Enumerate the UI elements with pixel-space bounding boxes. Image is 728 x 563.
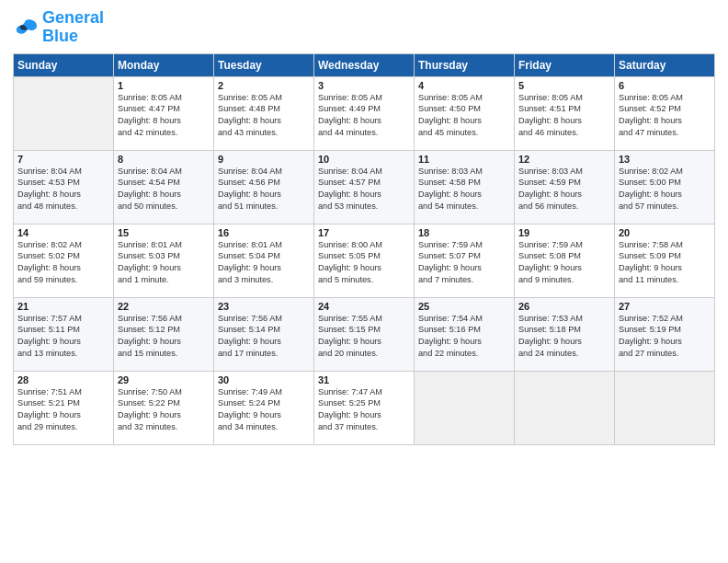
calendar-cell: 12Sunrise: 8:03 AMSunset: 4:59 PMDayligh… [515,150,615,224]
calendar-cell: 3Sunrise: 8:05 AMSunset: 4:49 PMDaylight… [314,76,415,150]
day-info: Sunrise: 8:02 AMSunset: 5:00 PMDaylight:… [619,166,711,213]
day-info: Sunrise: 8:04 AMSunset: 4:57 PMDaylight:… [318,166,410,213]
day-number: 15 [118,227,210,238]
day-number: 27 [619,301,711,312]
calendar-cell: 17Sunrise: 8:00 AMSunset: 5:05 PMDayligh… [314,224,415,297]
calendar-cell: 6Sunrise: 8:05 AMSunset: 4:52 PMDaylight… [615,76,715,150]
day-number: 28 [17,374,109,385]
day-info: Sunrise: 7:58 AMSunset: 5:09 PMDaylight:… [619,239,711,287]
day-info: Sunrise: 8:05 AMSunset: 4:51 PMDaylight:… [518,92,610,140]
calendar-week-row: 21Sunrise: 7:57 AMSunset: 5:11 PMDayligh… [14,297,715,371]
day-number: 20 [619,227,711,238]
day-number: 8 [118,154,210,165]
calendar-cell: 26Sunrise: 7:53 AMSunset: 5:18 PMDayligh… [515,297,615,371]
calendar-container: General Blue SundayMondayTuesdayWednesda… [0,0,728,563]
day-number: 18 [418,227,510,238]
day-info: Sunrise: 8:05 AMSunset: 4:50 PMDaylight:… [418,92,510,140]
day-info: Sunrise: 8:03 AMSunset: 4:59 PMDaylight:… [518,166,610,213]
day-info: Sunrise: 7:50 AMSunset: 5:22 PMDaylight:… [118,386,210,434]
day-info: Sunrise: 8:05 AMSunset: 4:49 PMDaylight:… [318,92,410,140]
calendar-cell: 19Sunrise: 7:59 AMSunset: 5:08 PMDayligh… [515,224,615,297]
weekday-header: Monday [114,53,214,76]
day-info: Sunrise: 7:47 AMSunset: 5:25 PMDaylight:… [318,386,410,434]
calendar-cell: 13Sunrise: 8:02 AMSunset: 5:00 PMDayligh… [615,150,715,224]
calendar-week-row: 14Sunrise: 8:02 AMSunset: 5:02 PMDayligh… [14,224,715,297]
day-number: 21 [17,301,109,312]
day-info: Sunrise: 7:56 AMSunset: 5:14 PMDaylight:… [218,313,310,361]
calendar-cell: 24Sunrise: 7:55 AMSunset: 5:15 PMDayligh… [314,297,415,371]
day-number: 12 [518,154,610,165]
calendar-cell: 15Sunrise: 8:01 AMSunset: 5:03 PMDayligh… [114,224,214,297]
calendar-header-row: SundayMondayTuesdayWednesdayThursdayFrid… [14,53,715,76]
calendar-body: 1Sunrise: 8:05 AMSunset: 4:47 PMDaylight… [14,76,715,444]
calendar-cell: 14Sunrise: 8:02 AMSunset: 5:02 PMDayligh… [14,224,114,297]
day-info: Sunrise: 8:01 AMSunset: 5:03 PMDaylight:… [118,239,210,287]
calendar-cell: 7Sunrise: 8:04 AMSunset: 4:53 PMDaylight… [14,150,114,224]
calendar-cell: 20Sunrise: 7:58 AMSunset: 5:09 PMDayligh… [615,224,715,297]
weekday-header: Friday [515,53,615,76]
weekday-header: Sunday [14,53,114,76]
calendar-cell: 27Sunrise: 7:52 AMSunset: 5:19 PMDayligh… [615,297,715,371]
day-info: Sunrise: 7:59 AMSunset: 5:08 PMDaylight:… [518,239,610,287]
day-info: Sunrise: 7:54 AMSunset: 5:16 PMDaylight:… [418,313,510,361]
day-number: 11 [418,154,510,165]
weekday-header: Wednesday [314,53,415,76]
day-info: Sunrise: 7:56 AMSunset: 5:12 PMDaylight:… [118,313,210,361]
day-number: 22 [118,301,210,312]
day-info: Sunrise: 7:52 AMSunset: 5:19 PMDaylight:… [619,313,711,361]
calendar-table: SundayMondayTuesdayWednesdayThursdayFrid… [13,53,715,445]
calendar-cell: 28Sunrise: 7:51 AMSunset: 5:21 PMDayligh… [14,371,114,444]
day-info: Sunrise: 8:00 AMSunset: 5:05 PMDaylight:… [318,239,410,287]
day-info: Sunrise: 8:05 AMSunset: 4:47 PMDaylight:… [118,92,210,140]
calendar-cell: 21Sunrise: 7:57 AMSunset: 5:11 PMDayligh… [14,297,114,371]
day-number: 14 [17,227,109,238]
day-info: Sunrise: 7:59 AMSunset: 5:07 PMDaylight:… [418,239,510,287]
day-info: Sunrise: 8:02 AMSunset: 5:02 PMDaylight:… [17,239,109,287]
day-number: 2 [218,80,310,91]
calendar-cell [515,371,615,444]
logo-icon [13,17,39,39]
day-info: Sunrise: 7:57 AMSunset: 5:11 PMDaylight:… [17,313,109,361]
day-number: 25 [418,301,510,312]
day-number: 19 [518,227,610,238]
calendar-cell: 16Sunrise: 8:01 AMSunset: 5:04 PMDayligh… [214,224,314,297]
day-info: Sunrise: 7:55 AMSunset: 5:15 PMDaylight:… [318,313,410,361]
day-number: 26 [518,301,610,312]
calendar-cell: 2Sunrise: 8:05 AMSunset: 4:48 PMDaylight… [214,76,314,150]
day-info: Sunrise: 8:05 AMSunset: 4:52 PMDaylight:… [619,92,711,140]
day-number: 31 [318,374,410,385]
calendar-cell [14,76,114,150]
day-info: Sunrise: 8:05 AMSunset: 4:48 PMDaylight:… [218,92,310,140]
day-info: Sunrise: 8:01 AMSunset: 5:04 PMDaylight:… [218,239,310,287]
calendar-cell: 5Sunrise: 8:05 AMSunset: 4:51 PMDaylight… [515,76,615,150]
calendar-cell [615,371,715,444]
day-info: Sunrise: 8:04 AMSunset: 4:54 PMDaylight:… [118,166,210,213]
day-number: 6 [619,80,711,91]
weekday-header: Thursday [415,53,515,76]
day-info: Sunrise: 7:51 AMSunset: 5:21 PMDaylight:… [17,386,109,434]
day-number: 17 [318,227,410,238]
day-number: 4 [418,80,510,91]
weekday-header: Tuesday [214,53,314,76]
day-info: Sunrise: 8:04 AMSunset: 4:56 PMDaylight:… [218,166,310,213]
calendar-cell: 8Sunrise: 8:04 AMSunset: 4:54 PMDaylight… [114,150,214,224]
day-number: 3 [318,80,410,91]
calendar-week-row: 28Sunrise: 7:51 AMSunset: 5:21 PMDayligh… [14,371,715,444]
calendar-cell: 1Sunrise: 8:05 AMSunset: 4:47 PMDaylight… [114,76,214,150]
calendar-cell: 22Sunrise: 7:56 AMSunset: 5:12 PMDayligh… [114,297,214,371]
day-number: 10 [318,154,410,165]
calendar-week-row: 7Sunrise: 8:04 AMSunset: 4:53 PMDaylight… [14,150,715,224]
calendar-cell: 30Sunrise: 7:49 AMSunset: 5:24 PMDayligh… [214,371,314,444]
day-number: 13 [619,154,711,165]
calendar-cell: 11Sunrise: 8:03 AMSunset: 4:58 PMDayligh… [415,150,515,224]
logo: General Blue [13,9,104,46]
weekday-header: Saturday [615,53,715,76]
day-number: 5 [518,80,610,91]
day-info: Sunrise: 7:53 AMSunset: 5:18 PMDaylight:… [518,313,610,361]
day-number: 24 [318,301,410,312]
calendar-week-row: 1Sunrise: 8:05 AMSunset: 4:47 PMDaylight… [14,76,715,150]
day-number: 30 [218,374,310,385]
logo-text: General Blue [42,9,104,46]
day-info: Sunrise: 8:03 AMSunset: 4:58 PMDaylight:… [418,166,510,213]
day-number: 1 [118,80,210,91]
